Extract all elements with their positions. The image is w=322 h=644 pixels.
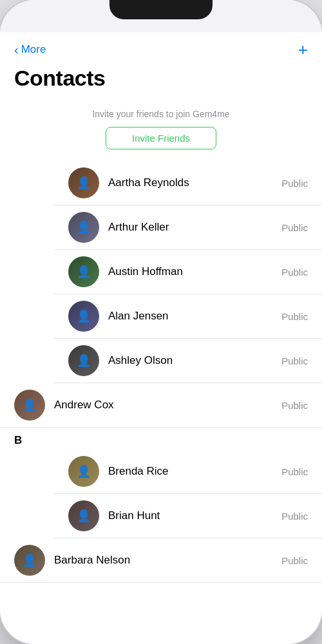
contact-item[interactable]: 👤Arthur KellerPublic xyxy=(54,205,322,250)
contact-item[interactable]: 👤Brian HuntPublic xyxy=(54,494,322,538)
avatar-face: 👤 xyxy=(68,167,99,198)
avatar-face: 👤 xyxy=(68,256,99,287)
contact-name: Brian Hunt xyxy=(108,509,281,522)
contact-status: Public xyxy=(281,511,308,522)
contact-status: Public xyxy=(281,311,308,322)
contact-item[interactable]: 👤Alan JensenPublic xyxy=(54,294,322,339)
section-header-b: B xyxy=(0,428,322,450)
page-title-section: Contacts xyxy=(0,63,322,99)
avatar: 👤 xyxy=(68,167,99,198)
chevron-left-icon: ‹ xyxy=(14,43,19,56)
avatar: 👤 xyxy=(14,390,45,421)
phone-notch xyxy=(109,0,213,19)
nav-bar: ‹ More + xyxy=(0,32,322,63)
avatar-face: 👤 xyxy=(14,545,45,576)
screen: ‹ More + Contacts Invite your friends to… xyxy=(0,0,322,644)
invite-section: Invite your friends to join Gem4me Invit… xyxy=(0,99,322,161)
invite-friends-button[interactable]: Invite Friends xyxy=(106,127,216,149)
contact-status: Public xyxy=(281,178,308,189)
contact-status: Public xyxy=(281,355,308,366)
contact-status: Public xyxy=(281,400,308,411)
contact-item[interactable]: 👤Austin HoffmanPublic xyxy=(54,250,322,294)
contact-status: Public xyxy=(281,466,308,477)
contact-status: Public xyxy=(281,267,308,278)
contact-name: Alan Jensen xyxy=(108,310,281,323)
contact-item[interactable]: 👤Aartha ReynoldsPublic xyxy=(54,161,322,205)
contact-item[interactable]: 👤Andrew CoxPublic xyxy=(0,383,322,428)
avatar: 👤 xyxy=(68,456,99,487)
contact-name: Ashley Olson xyxy=(108,354,281,367)
contact-item[interactable]: 👤Brenda RicePublic xyxy=(54,450,322,494)
contact-status: Public xyxy=(281,555,308,566)
contact-name: Austin Hoffman xyxy=(108,265,281,278)
back-button[interactable]: ‹ More xyxy=(14,43,46,56)
avatar-face: 👤 xyxy=(68,500,99,531)
add-button[interactable]: + xyxy=(298,41,308,58)
avatar: 👤 xyxy=(68,500,99,531)
contact-name: Brenda Rice xyxy=(108,465,281,478)
avatar: 👤 xyxy=(68,345,99,376)
avatar-face: 👤 xyxy=(14,390,45,421)
avatar-face: 👤 xyxy=(68,212,99,243)
contact-name: Andrew Cox xyxy=(54,399,281,412)
contact-status: Public xyxy=(281,222,308,233)
avatar-face: 👤 xyxy=(68,301,99,332)
back-label: More xyxy=(21,43,46,56)
avatar: 👤 xyxy=(68,256,99,287)
contact-name: Arthur Keller xyxy=(108,221,281,234)
invite-description: Invite your friends to join Gem4me xyxy=(92,109,229,119)
contact-name: Barbara Nelson xyxy=(54,554,281,567)
avatar: 👤 xyxy=(68,212,99,243)
avatar-face: 👤 xyxy=(68,345,99,376)
contact-name: Aartha Reynolds xyxy=(108,176,281,189)
contact-item[interactable]: 👤Ashley OlsonPublic xyxy=(54,339,322,383)
avatar: 👤 xyxy=(68,301,99,332)
contact-item[interactable]: 👤Barbara NelsonPublic xyxy=(0,538,322,583)
avatar: 👤 xyxy=(14,545,45,576)
phone-frame: ‹ More + Contacts Invite your friends to… xyxy=(0,0,322,644)
content-area: ‹ More + Contacts Invite your friends to… xyxy=(0,32,322,644)
page-title: Contacts xyxy=(14,66,308,91)
contacts-list: 👤Aartha ReynoldsPublic👤Arthur KellerPubl… xyxy=(0,161,322,583)
avatar-face: 👤 xyxy=(68,456,99,487)
